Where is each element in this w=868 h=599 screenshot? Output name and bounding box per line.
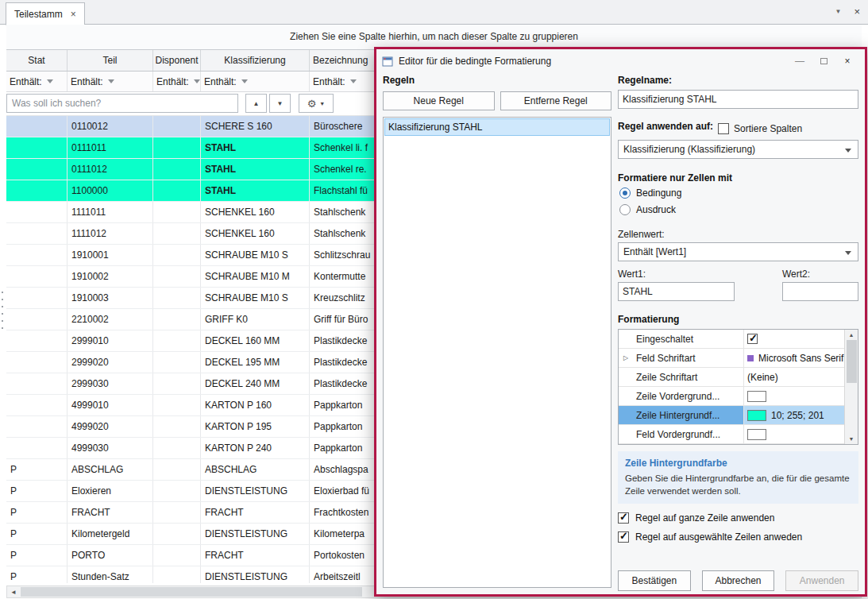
filter-cell[interactable]: Enthält: [201,71,310,91]
search-next-button[interactable]: ▼ [269,94,291,113]
wert2-input[interactable] [782,282,858,301]
scrollbar-thumb[interactable] [21,587,362,597]
propgrid-scrollbar-thumb[interactable] [847,340,857,383]
rule-name-input[interactable] [618,90,858,109]
property-row[interactable]: Zeile Vordergrund... [619,387,844,406]
maximize-icon [820,58,827,64]
maximize-button[interactable] [812,56,835,67]
radio-ausdruck[interactable]: Ausdruck [619,204,858,215]
rules-panel: Regeln Neue Regel Entferne Regel Klassif… [383,75,611,588]
cell-disponent [153,524,201,544]
rules-list[interactable]: Klassifizierung STAHL [383,117,611,588]
cell-value-combo[interactable]: Enthält [Wert1] [618,242,858,261]
splitter[interactable] [0,25,6,599]
cell-teil: 1910003 [68,288,153,308]
cell-disponent [153,202,201,222]
cell-stat [6,395,68,415]
scroll-down-icon[interactable]: ▼ [849,436,854,442]
panel-dropdown-icon[interactable]: ▼ [835,8,841,15]
search-prev-button[interactable]: ▲ [245,94,267,113]
cell-teil: 0111012 [68,159,153,180]
cell-klassifizierung: KARTON P 160 [201,395,310,415]
property-description: Zeile Hintergrundfarbe Geben Sie die Hin… [618,451,858,504]
cell-teil: FRACHT [68,502,153,523]
filter-icon [47,79,53,83]
property-row[interactable]: Eingeschaltet [619,330,844,349]
column-header[interactable]: Teil [68,50,153,71]
cancel-button[interactable]: Abbrechen [702,570,775,591]
remove-rule-button[interactable]: Entferne Regel [500,91,612,110]
minimize-button[interactable]: — [788,56,812,67]
property-row[interactable]: Zeile Hintergrundf...10; 255; 201 [619,406,844,425]
cell-teil: Kilometergeld [68,524,153,544]
cell-klassifizierung: GRIFF K0 [201,309,310,330]
cell-stat [6,352,68,373]
radio-bedingung[interactable]: Bedingung [619,187,858,199]
property-description-title: Zeile Hintergrundfarbe [625,458,851,469]
wert1-input[interactable] [618,282,735,301]
column-combo-value: Klassifizierung (Klassifizierung) [623,144,755,155]
column-header[interactable]: Disponent [153,50,201,71]
cell-teil: 1111012 [68,223,153,244]
splitter-dots-icon [2,292,3,293]
tab-teilestamm[interactable]: Teilestamm × [6,2,85,25]
sort-columns-label: Sortiere Spalten [734,123,802,134]
filter-cell[interactable]: Enthält: [6,71,68,91]
panel-close-icon[interactable]: × [854,6,860,17]
cell-teil: 2210002 [68,309,153,330]
dialog-close-button[interactable]: × [835,56,859,67]
filter-cell[interactable]: Enthält: [68,71,153,91]
color-value-text: 10; 255; 201 [771,410,824,421]
cell-disponent [153,330,201,351]
scroll-left-icon[interactable]: ◄ [7,589,20,596]
cell-stat [6,438,68,458]
cell-klassifizierung: STAHL [201,159,310,180]
gear-icon: ⚙ [307,98,317,110]
sort-columns-checkbox[interactable] [718,123,729,134]
filter-op-label: Enthält: [156,76,189,87]
column-combo[interactable]: Klassifizierung (Klassifizierung) [618,140,858,159]
rule-list-item[interactable]: Klassifizierung STAHL [384,118,610,136]
search-input[interactable] [6,94,238,113]
property-value: Microsoft Sans Serif; [744,349,844,367]
cell-teil: 2999030 [68,373,153,394]
color-swatch [747,410,766,421]
apply-button[interactable]: Anwenden [785,570,858,591]
cell-teil: 4999010 [68,395,153,415]
cell-klassifizierung: SCHRAUBE M10 S [201,288,310,308]
scroll-up-icon[interactable]: ▲ [849,332,854,338]
cell-klassifizierung: KARTON P 240 [201,438,310,458]
cell-teil: 4999030 [68,438,153,458]
tab-close-icon[interactable]: × [71,10,76,19]
property-row[interactable]: Feld Vordergrundf... [619,425,844,444]
new-rule-button[interactable]: Neue Regel [383,91,495,110]
font-value-text: Microsoft Sans Serif; [758,353,844,364]
property-value-text: (Keine) [747,372,778,383]
search-settings-button[interactable]: ⚙ ▼ [299,94,334,113]
cell-stat: P [6,566,68,583]
dialog-titlebar[interactable]: Editor für die bedingte Formatierung — × [376,49,865,73]
apply-selected-rows-checkbox[interactable]: Regel auf ausgewählte Zeilen anweden [618,531,858,543]
column-header[interactable]: Klassifizierung [201,50,310,71]
formatting-property-grid: Eingeschaltet▷Feld SchriftartMicrosoft S… [618,329,858,445]
filter-cell[interactable]: Enthält: [153,71,201,91]
up-arrow-icon: ▲ [253,100,260,107]
propgrid-scrollbar[interactable]: ▲ ▼ [844,330,858,444]
cell-value-combo-value: Enthält [Wert1] [623,246,686,257]
checkbox-checked-icon[interactable] [747,334,758,344]
cell-teil: PORTO [68,545,153,566]
expand-icon [619,406,633,424]
property-row[interactable]: Zeile Schriftart(Keine) [619,368,844,387]
cell-disponent [153,545,201,566]
column-header[interactable]: Stat [6,50,68,71]
cell-klassifizierung: DIENSTLEISTUNG [201,524,310,544]
cell-stat [6,416,68,437]
panel-controls: ▼ × [835,6,860,17]
filter-op-label: Enthält: [204,76,237,87]
apply-whole-row-checkbox[interactable]: Regel auf ganze Zeile anwenden [618,512,858,524]
cell-stat: P [6,524,68,544]
cell-stat [6,330,68,351]
confirm-button[interactable]: Bestätigen [618,570,691,591]
cell-klassifizierung: DECKEL 240 MM [201,373,310,394]
property-row[interactable]: ▷Feld SchriftartMicrosoft Sans Serif; [619,349,844,368]
